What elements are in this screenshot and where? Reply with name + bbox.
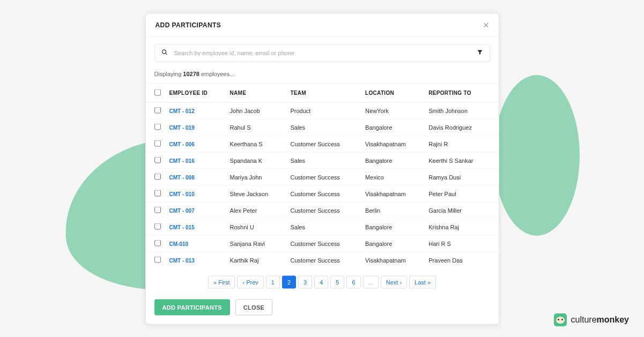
brand-text: culturemonkey (571, 315, 630, 325)
cell-location: Berlin (361, 202, 424, 219)
cell-location: Mexico (361, 169, 424, 185)
cell-reporting-to: Hari R S (424, 235, 498, 252)
row-checkbox[interactable] (154, 190, 161, 196)
cell-name: Karthik Raj (226, 252, 286, 268)
monkey-icon (554, 313, 567, 326)
page-next-button[interactable]: Next › (381, 275, 407, 288)
employee-id-link[interactable]: CMT - 015 (169, 224, 195, 230)
table-row: CMT - 007Alex PeterCustomer SuccessBerli… (146, 202, 499, 219)
page-last-button[interactable]: Last » (409, 275, 436, 288)
page-first-button[interactable]: « First (208, 275, 235, 288)
close-button[interactable]: CLOSE (235, 299, 272, 315)
row-checkbox[interactable] (154, 206, 161, 213)
page-number-button[interactable]: 6 (346, 275, 360, 288)
employee-id-link[interactable]: CMT - 010 (169, 191, 195, 197)
brand-logo-section: culturemonkey (554, 313, 630, 326)
cell-location: NewYork (361, 102, 424, 119)
row-checkbox[interactable] (154, 107, 161, 113)
modal-title: ADD PARTICIPANTS (156, 21, 221, 28)
close-icon[interactable]: × (483, 20, 489, 29)
table-row: CMT - 013Karthik RajCustomer SuccessVisa… (146, 252, 499, 268)
page-number-button[interactable]: 3 (298, 275, 312, 288)
cell-name: Roshni U (226, 219, 286, 235)
pagination: « First ‹ Prev 123456 ... Next › Last » (146, 268, 499, 294)
add-participants-button[interactable]: ADD PARTICIPANTS (154, 299, 230, 315)
header-name: NAME (226, 84, 286, 102)
page-number-button[interactable]: 2 (282, 275, 296, 288)
row-checkbox[interactable] (154, 223, 161, 229)
cell-name: Alex Peter (226, 202, 286, 219)
cell-team: Customer Success (286, 169, 361, 185)
cell-name: Spandana K (226, 152, 286, 169)
cell-name: Mariya John (226, 169, 286, 185)
page-number-button[interactable]: 5 (330, 275, 344, 288)
employee-id-link[interactable]: CMT - 019 (169, 124, 195, 130)
count-value: 10278 (183, 70, 199, 77)
cell-location: Bangalore (361, 219, 424, 235)
table-row: CMT - 010Steve JacksonCustomer SuccessVi… (146, 185, 499, 202)
cell-team: Product (286, 102, 361, 119)
row-checkbox[interactable] (154, 140, 161, 146)
cell-team: Customer Success (286, 202, 361, 219)
cell-team: Sales (286, 219, 361, 235)
cell-location: Visakhapatnam (361, 185, 424, 202)
add-participants-modal: ADD PARTICIPANTS × Displaying 10278 empl… (145, 13, 499, 324)
row-checkbox[interactable] (154, 123, 161, 130)
cell-reporting-to: Rajni R (424, 136, 498, 152)
cell-name: Keerthana S (226, 136, 286, 152)
header-location: LOCATION (361, 84, 424, 102)
table-row: CMT - 015Roshni USalesBangaloreKrishna R… (146, 219, 499, 235)
table-row: CMT - 008Mariya JohnCustomer SuccessMexi… (146, 169, 499, 185)
svg-line-1 (165, 53, 167, 55)
cell-team: Customer Success (286, 235, 361, 252)
cell-location: Bangalore (361, 119, 424, 136)
employee-id-link[interactable]: CMT - 016 (169, 158, 195, 163)
employee-id-link[interactable]: CMT - 007 (169, 207, 195, 213)
background-blob-right (494, 75, 580, 236)
cell-reporting-to: Keerthi S Sankar (424, 152, 498, 169)
row-checkbox[interactable] (154, 239, 161, 246)
row-checkbox[interactable] (154, 173, 161, 179)
cell-reporting-to: Davis Rodriguez (424, 119, 498, 136)
cell-team: Customer Success (286, 136, 361, 152)
modal-header: ADD PARTICIPANTS × (146, 13, 499, 36)
result-count: Displaying 10278 employees... (146, 67, 499, 83)
search-icon (161, 49, 168, 57)
cell-reporting-to: Ramya Dusi (424, 169, 498, 185)
brand-part2: monkey (597, 315, 629, 324)
cell-name: Sanjana Ravi (226, 235, 286, 252)
row-checkbox[interactable] (154, 156, 161, 163)
page-ellipsis: ... (363, 275, 379, 288)
filter-icon[interactable] (477, 49, 483, 57)
participants-table: EMPLOYEE ID NAME TEAM LOCATION REPORTING… (146, 83, 499, 268)
table-row: CMT - 006Keerthana SCustomer SuccessVisa… (146, 136, 499, 152)
cell-reporting-to: Praveen Das (424, 252, 498, 268)
svg-point-0 (162, 50, 166, 54)
search-input[interactable] (174, 50, 477, 56)
count-suffix: employees... (199, 70, 234, 77)
search-section (146, 36, 499, 67)
page-number-button[interactable]: 1 (266, 275, 280, 288)
cell-team: Customer Success (286, 252, 361, 268)
cell-team: Sales (286, 119, 361, 136)
table-row: CM-010Sanjana RaviCustomer SuccessBangal… (146, 235, 499, 252)
employee-id-link[interactable]: CM-010 (169, 241, 189, 246)
page-number-button[interactable]: 4 (314, 275, 328, 288)
header-reporting-to: REPORTING TO (424, 84, 498, 102)
header-team: TEAM (286, 84, 361, 102)
cell-location: Visakhapatnam (361, 136, 424, 152)
employee-id-link[interactable]: CMT - 006 (169, 141, 195, 147)
row-checkbox[interactable] (154, 256, 161, 263)
brand-part1: culture (571, 315, 597, 324)
cell-name: John Jacob (226, 102, 286, 119)
employee-id-link[interactable]: CMT - 012 (169, 108, 195, 114)
cell-reporting-to: Garcia Miller (424, 202, 498, 219)
table-row: CMT - 019Rahul SSalesBangaloreDavis Rodr… (146, 119, 499, 136)
select-all-checkbox[interactable] (154, 89, 161, 95)
cell-team: Customer Success (286, 185, 361, 202)
employee-id-link[interactable]: CMT - 013 (169, 257, 195, 263)
cell-reporting-to: Peter Paul (424, 185, 498, 202)
employee-id-link[interactable]: CMT - 008 (169, 174, 195, 180)
page-prev-button[interactable]: ‹ Prev (237, 275, 263, 288)
search-box (154, 44, 490, 62)
